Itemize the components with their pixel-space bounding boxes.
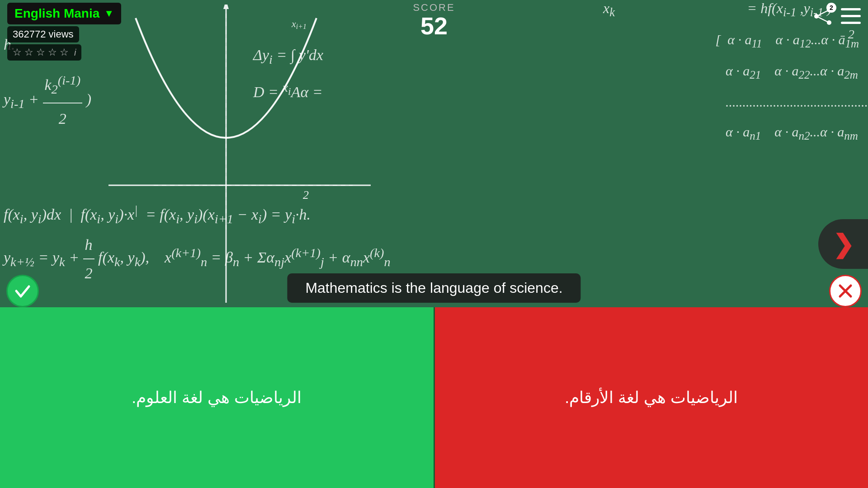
rating-row: ☆ ☆ ☆ ☆ ☆ i [7,44,81,61]
dropdown-chevron-icon: ▼ [104,8,114,19]
hamburger-icon [841,8,861,24]
next-chevron-icon: ❯ [833,230,854,259]
menu-button[interactable] [841,8,861,24]
answer-correct-text: الرياضيات هي لغة العلوم. [132,388,302,407]
next-button[interactable]: ❯ [818,219,868,269]
subtitle-text: Mathematics is the language of science. [287,273,580,303]
svg-rect-15 [841,22,861,24]
svg-rect-14 [841,15,861,17]
x-icon [835,281,855,301]
views-count: 362772 views [7,26,79,42]
answer-correct-button[interactable]: الرياضيات هي لغة العلوم. [0,307,435,488]
svg-text:2: 2 [303,188,309,202]
answer-wrong-button[interactable]: الرياضيات هي لغة الأرقام. [435,307,868,488]
star-2[interactable]: ☆ [24,47,33,58]
right-icons: 2 [813,6,861,26]
views-text: 362772 views [13,28,74,40]
check-icon [13,281,33,301]
correct-check-button[interactable] [6,275,39,307]
share-button[interactable]: 2 [813,6,833,26]
answer-wrong-text: الرياضيات هي لغة الأرقام. [565,388,738,407]
star-1[interactable]: ☆ [13,47,22,58]
top-bar: English Mania ▼ 362772 views ☆ ☆ ☆ ☆ ☆ i… [0,0,868,63]
app-title-button[interactable]: English Mania ▼ [7,3,121,24]
left-panel: English Mania ▼ 362772 views ☆ ☆ ☆ ☆ ☆ i [7,3,121,61]
svg-rect-13 [841,8,861,10]
app-title-text: English Mania [14,6,99,21]
svg-line-12 [816,16,829,23]
score-panel: SCORE 52 [413,0,455,38]
formula-left-y: yi-1 + k2(i-1) 2 ) [4,68,91,134]
info-icon[interactable]: i [74,47,76,58]
share-badge: 2 [826,3,836,13]
wrong-x-button[interactable] [829,275,862,307]
star-4[interactable]: ☆ [48,47,57,58]
star-5[interactable]: ☆ [60,47,69,58]
star-3[interactable]: ☆ [36,47,45,58]
score-value: 52 [413,14,455,38]
answer-area: الرياضيات هي لغة العلوم. الرياضيات هي لغ… [0,307,868,488]
